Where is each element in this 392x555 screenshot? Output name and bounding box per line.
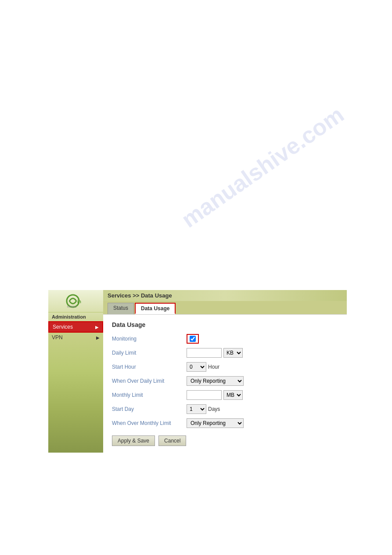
sidebar-item-services[interactable]: Services ▶ <box>48 321 103 333</box>
svg-text:in: in <box>77 299 81 304</box>
arrow-right-icon-vpn: ▶ <box>96 335 100 340</box>
arrow-right-icon: ▶ <box>95 325 99 330</box>
sidebar-vpn-label: VPN <box>52 334 63 341</box>
sidebar-item-vpn[interactable]: VPN ▶ <box>48 333 103 342</box>
sidebar-services-label: Services <box>53 324 73 330</box>
daily-limit-row: Daily Limit KB MB GB <box>112 348 338 358</box>
logo-area: in inhand <box>48 290 103 312</box>
when-over-monthly-select[interactable]: Only Reporting Disconnect <box>187 418 244 428</box>
when-over-daily-select[interactable]: Only Reporting Disconnect <box>187 376 244 386</box>
daily-limit-input[interactable] <box>187 348 222 358</box>
start-hour-label: Start Hour <box>112 364 187 370</box>
start-hour-row: Start Hour 0123 4567 891011 12131415 161… <box>112 362 338 372</box>
start-day-control: 1234 5678 9101112 13141516 17181920 2122… <box>187 404 220 414</box>
inhand-logo: in inhand <box>65 294 87 309</box>
tab-data-usage-label: Data Usage <box>141 305 169 312</box>
monthly-limit-unit-select[interactable]: KB MB GB <box>223 390 243 400</box>
section-title: Data Usage <box>112 321 338 328</box>
start-day-suffix: Days <box>208 406 220 412</box>
form-content: Data Usage Monitoring Daily Limit KB MB <box>103 314 347 453</box>
start-day-label: Start Day <box>112 406 187 412</box>
monthly-limit-input[interactable] <box>187 390 222 400</box>
page-header: Services >> Data Usage <box>103 290 347 301</box>
daily-limit-label: Daily Limit <box>112 350 187 356</box>
monitoring-checkbox[interactable] <box>190 336 196 342</box>
breadcrumb-services: Services <box>108 292 131 299</box>
breadcrumb-current: Data Usage <box>141 292 172 299</box>
start-hour-control: 0123 4567 891011 12131415 16171819 20212… <box>187 362 219 372</box>
admin-label: Administration <box>48 312 103 321</box>
when-over-monthly-control: Only Reporting Disconnect <box>187 418 244 428</box>
daily-limit-control: KB MB GB <box>187 348 243 358</box>
monitoring-row: Monitoring <box>112 334 338 344</box>
when-over-daily-control: Only Reporting Disconnect <box>187 376 244 386</box>
sidebar: in inhand Administration Services ▶ VPN … <box>48 290 103 453</box>
app-container: in inhand Administration Services ▶ VPN … <box>48 290 347 453</box>
apply-save-button[interactable]: Apply & Save <box>112 435 155 446</box>
start-hour-suffix: Hour <box>208 364 219 370</box>
monthly-limit-row: Monthly Limit KB MB GB <box>112 390 338 400</box>
start-day-row: Start Day 1234 5678 9101112 13141516 171… <box>112 404 338 414</box>
when-over-daily-label: When Over Daily Limit <box>112 378 187 384</box>
start-day-select[interactable]: 1234 5678 9101112 13141516 17181920 2122… <box>187 404 206 414</box>
tab-status-label: Status <box>113 305 128 311</box>
daily-limit-unit-select[interactable]: KB MB GB <box>223 348 243 358</box>
when-over-monthly-label: When Over Monthly Limit <box>112 420 187 426</box>
breadcrumb: Services >> Data Usage <box>108 292 172 299</box>
when-over-monthly-row: When Over Monthly Limit Only Reporting D… <box>112 418 338 428</box>
watermark: manualshive.com <box>176 101 349 232</box>
main-panel: Services >> Data Usage Status Data Usage… <box>103 290 347 453</box>
monitoring-checkbox-wrapper <box>187 334 199 344</box>
breadcrumb-separator: >> <box>133 292 141 299</box>
monthly-limit-control: KB MB GB <box>187 390 243 400</box>
tab-status[interactable]: Status <box>108 303 134 314</box>
tab-data-usage[interactable]: Data Usage <box>135 303 176 314</box>
monitoring-control <box>187 334 199 344</box>
cancel-button[interactable]: Cancel <box>158 435 186 446</box>
button-row: Apply & Save Cancel <box>112 435 338 446</box>
monthly-limit-label: Monthly Limit <box>112 392 187 398</box>
svg-text:inhand: inhand <box>67 305 76 308</box>
start-hour-select[interactable]: 0123 4567 891011 12131415 16171819 20212… <box>187 362 206 372</box>
when-over-daily-row: When Over Daily Limit Only Reporting Dis… <box>112 376 338 386</box>
tab-bar: Status Data Usage <box>103 301 347 314</box>
monitoring-label: Monitoring <box>112 336 187 342</box>
